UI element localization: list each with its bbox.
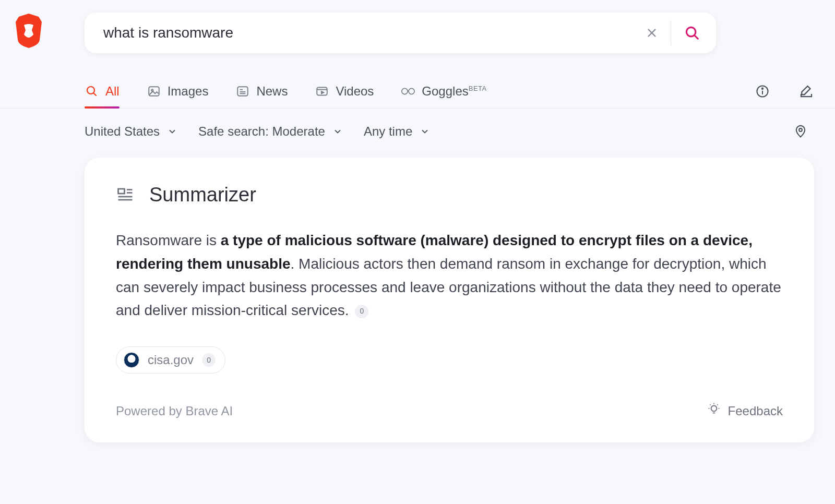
source-domain: cisa.gov <box>148 353 194 367</box>
info-icon[interactable] <box>755 83 770 99</box>
tab-label: News <box>256 84 288 99</box>
news-icon <box>235 84 250 99</box>
feedback-label: Feedback <box>728 404 783 418</box>
tab-images[interactable]: Images <box>147 74 209 108</box>
source-favicon <box>124 352 139 368</box>
filter-label: United States <box>85 124 160 139</box>
filter-label: Safe search: Moderate <box>198 124 325 139</box>
summarizer-icon <box>116 186 135 205</box>
inline-citation[interactable]: 0 <box>355 305 368 318</box>
svg-rect-8 <box>238 87 248 95</box>
chevron-down-icon <box>332 126 343 137</box>
feedback-button[interactable]: Feedback <box>707 403 783 419</box>
search-bar <box>85 13 716 53</box>
svg-line-31 <box>710 404 710 405</box>
tab-all[interactable]: All <box>85 74 120 108</box>
tab-news[interactable]: News <box>235 74 288 108</box>
location-icon[interactable] <box>793 124 809 140</box>
tab-label: All <box>105 84 120 99</box>
svg-line-3 <box>695 35 698 39</box>
powered-by: Powered by Brave AI <box>116 404 233 418</box>
summary-prefix: Ransomware is <box>116 232 221 248</box>
brave-logo[interactable] <box>14 13 44 49</box>
source-citation-number: 0 <box>202 353 216 367</box>
summarizer-title: Summarizer <box>149 184 256 206</box>
svg-point-14 <box>402 88 408 94</box>
svg-rect-6 <box>149 87 159 95</box>
svg-line-32 <box>717 404 718 405</box>
svg-point-20 <box>799 128 802 131</box>
tab-label: Videos <box>336 84 374 99</box>
tab-goggles[interactable]: GogglesBETA <box>401 74 486 108</box>
search-input[interactable] <box>103 25 640 41</box>
search-icon <box>85 84 99 99</box>
svg-point-26 <box>711 406 717 412</box>
filter-safe-search[interactable]: Safe search: Moderate <box>198 124 343 139</box>
svg-point-15 <box>409 88 414 94</box>
summarizer-card: Summarizer Ransomware is a type of malic… <box>85 158 814 442</box>
summary-text: Ransomware is a type of malicious softwa… <box>116 229 783 322</box>
tab-videos[interactable]: Videos <box>315 74 374 108</box>
svg-rect-21 <box>118 189 125 194</box>
image-icon <box>147 84 161 99</box>
search-button[interactable] <box>681 21 703 44</box>
video-icon <box>315 84 329 99</box>
svg-line-5 <box>93 93 96 95</box>
search-tabs: All Images News Videos GogglesBETA <box>0 74 835 109</box>
chevron-down-icon <box>167 126 177 137</box>
goggles-icon <box>401 84 415 99</box>
filter-region[interactable]: United States <box>85 124 177 139</box>
tab-label: Images <box>168 84 209 99</box>
svg-point-19 <box>762 88 763 89</box>
chevron-down-icon <box>420 126 430 137</box>
clear-search-button[interactable] <box>640 21 663 44</box>
filter-label: Any time <box>364 124 412 139</box>
tab-label: GogglesBETA <box>422 84 486 99</box>
filters: United States Safe search: Moderate Any … <box>0 109 835 139</box>
divider <box>671 20 671 45</box>
filter-time[interactable]: Any time <box>364 124 430 139</box>
lightbulb-icon <box>707 403 721 419</box>
source-chip[interactable]: cisa.gov 0 <box>116 346 225 374</box>
compose-icon[interactable] <box>798 83 814 99</box>
